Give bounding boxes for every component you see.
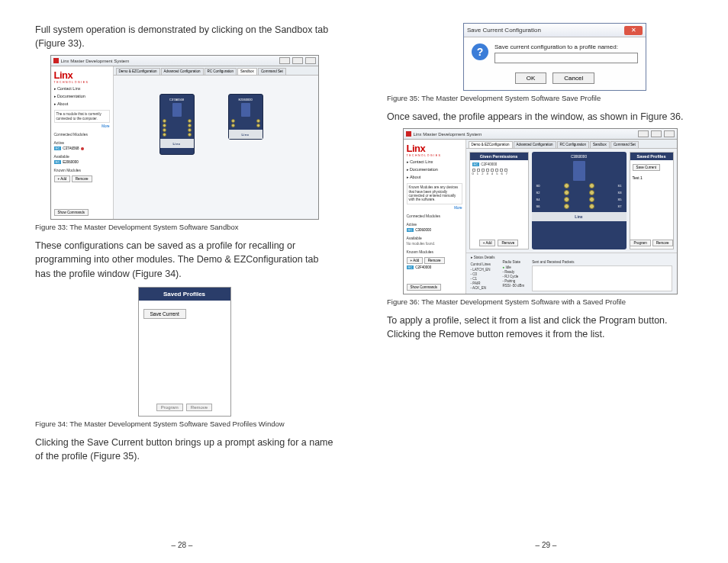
status-item: ACK_EN <box>471 286 495 290</box>
profile-name-input[interactable] <box>494 53 638 63</box>
packets-log[interactable] <box>532 265 672 291</box>
led-icon[interactable] <box>163 119 166 123</box>
tab-sandbox[interactable]: Sandbox <box>237 68 257 75</box>
nav-documentation[interactable]: Documentation <box>407 166 462 172</box>
module-id: C37A6568 <box>163 98 192 101</box>
label-available: Available <box>407 236 462 240</box>
known-module[interactable]: RCC2F40000 <box>407 265 462 269</box>
nav-contact[interactable]: Contact Linx <box>54 85 110 92</box>
module-available[interactable]: RCE2060000 <box>54 160 110 164</box>
led-icon[interactable] <box>589 190 594 195</box>
tab-demo-ez[interactable]: Demo & EZConfiguration <box>469 141 513 148</box>
minimize-button[interactable] <box>279 57 290 64</box>
chip-icon <box>573 161 585 181</box>
module-graphic: C3060000 S0S1 S2S3 S4S5 S6S7 Linx <box>532 152 627 249</box>
figure-34-panel: Saved Profiles Save Current Program Remo… <box>138 287 231 417</box>
status-dot-icon <box>81 147 84 150</box>
permission-module[interactable]: RCC2F40000 <box>472 162 526 166</box>
led-label: S7 <box>614 204 622 208</box>
save-current-button[interactable]: Save Current <box>143 309 186 319</box>
led-icon[interactable] <box>589 197 594 202</box>
saved-profiles-heading: Saved Profiles <box>139 288 230 301</box>
led-label: S3 <box>614 191 622 195</box>
status-item: RJ Cycle <box>503 275 525 278</box>
save-current-button[interactable]: Save Current <box>633 164 661 171</box>
label-known: Known Modules <box>407 249 462 254</box>
module-device-1[interactable]: C37A6568 Linx <box>159 94 195 155</box>
nav-about[interactable]: About <box>407 174 462 180</box>
module-active[interactable]: RCC37A6568 <box>54 146 110 150</box>
led-icon[interactable] <box>564 204 569 209</box>
maximize-button[interactable] <box>651 130 662 137</box>
led-icon[interactable] <box>188 124 192 127</box>
saved-profiles-panel: Saved Profiles Save Current Test 1 Progr… <box>630 152 674 249</box>
led-icon[interactable] <box>188 119 192 123</box>
sandbox-canvas[interactable]: C37A6568 Linx E2060000 Linx <box>114 76 318 219</box>
program-button[interactable]: Program <box>156 404 183 411</box>
page-number: 28 <box>172 541 193 549</box>
led-icon[interactable] <box>163 128 166 132</box>
minimize-button[interactable] <box>638 130 649 137</box>
module-active[interactable]: RCC3060000 <box>407 228 462 232</box>
dialog-titlebar: Save Current Configuration ✕ <box>464 24 646 37</box>
status-item: PAIR <box>471 282 495 285</box>
more-link[interactable]: More <box>407 206 462 210</box>
nav-contact[interactable]: Contact Linx <box>407 159 462 165</box>
tab-sandbox[interactable]: Sandbox <box>590 141 610 148</box>
nav-about[interactable]: About <box>54 101 110 107</box>
program-button[interactable]: Program <box>630 240 650 246</box>
tab-command-set[interactable]: Command Set <box>610 141 639 148</box>
led-icon[interactable] <box>231 119 235 123</box>
led-icon[interactable] <box>163 124 166 127</box>
control-lines-header: Control Lines <box>471 262 495 266</box>
add-button[interactable]: + Add <box>479 240 496 246</box>
led-icon[interactable] <box>564 190 569 195</box>
remove-button[interactable]: Remove <box>186 404 212 411</box>
caption-fig36: Figure 36: The Master Development System… <box>387 298 693 306</box>
led-icon[interactable] <box>256 124 260 127</box>
module-device-2[interactable]: E2060000 Linx <box>228 94 263 140</box>
dialog-message: Save current configuration to a profile … <box>494 43 638 50</box>
add-button[interactable]: + Add <box>407 257 424 264</box>
status-details-header[interactable]: ▸ Status Details <box>471 256 495 259</box>
led-icon[interactable] <box>564 197 569 202</box>
no-modules-text: No modules found. <box>407 242 462 246</box>
close-button[interactable] <box>664 130 675 137</box>
tab-rc[interactable]: RC Configuration <box>205 68 237 75</box>
tab-advanced[interactable]: Advanced Configuration <box>514 141 556 148</box>
led-icon[interactable] <box>589 183 594 188</box>
remove-button[interactable]: Remove <box>72 175 92 182</box>
tab-command-set[interactable]: Command Set <box>258 68 286 75</box>
remove-button[interactable]: Remove <box>498 240 518 246</box>
close-button[interactable] <box>305 57 316 64</box>
led-icon[interactable] <box>589 204 594 209</box>
status-item: Idle <box>503 265 525 269</box>
cancel-button[interactable]: Cancel <box>552 72 594 84</box>
tab-bar: Demo & EZConfiguration Advanced Configur… <box>466 140 677 149</box>
window-title: Linx Master Development System <box>61 59 277 63</box>
maximize-button[interactable] <box>292 57 303 64</box>
led-icon[interactable] <box>188 128 192 132</box>
page-number: 29 <box>536 541 557 549</box>
led-icon[interactable] <box>256 119 260 123</box>
show-commands-button[interactable]: Show Commands <box>54 209 89 216</box>
profile-item[interactable]: Test 1 <box>633 175 671 180</box>
nav-documentation[interactable]: Documentation <box>54 93 110 99</box>
window-titlebar: Linx Master Development System <box>404 129 677 140</box>
tab-demo-ez[interactable]: Demo & EZConfiguration <box>116 68 160 75</box>
tab-advanced[interactable]: Advanced Configuration <box>161 68 204 75</box>
close-icon[interactable]: ✕ <box>624 26 643 35</box>
led-icon[interactable] <box>188 133 192 137</box>
show-commands-button[interactable]: Show Commands <box>407 284 442 291</box>
add-button[interactable]: + Add <box>54 175 71 182</box>
ok-button[interactable]: OK <box>515 72 547 84</box>
led-icon[interactable] <box>231 124 235 127</box>
tab-rc[interactable]: RC Configuration <box>557 141 590 148</box>
led-icon[interactable] <box>163 133 166 137</box>
remove-button[interactable]: Remove <box>652 240 673 246</box>
radio-state-header: Radio State <box>503 260 525 264</box>
label-active: Active <box>54 140 110 145</box>
remove-button[interactable]: Remove <box>424 257 445 264</box>
led-icon[interactable] <box>564 183 569 188</box>
more-link[interactable]: More <box>54 124 110 128</box>
